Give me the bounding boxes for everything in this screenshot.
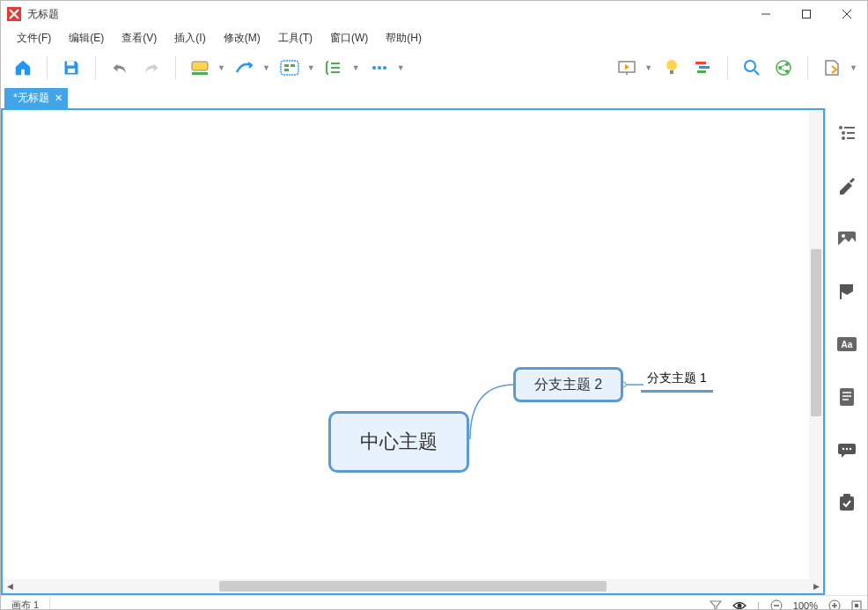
svg-rect-47 — [840, 388, 854, 406]
undo-button[interactable] — [105, 53, 135, 83]
svg-rect-5 — [67, 62, 74, 66]
central-topic-node[interactable]: 中心主题 — [328, 411, 469, 473]
svg-rect-24 — [699, 66, 710, 69]
zoom-level[interactable]: 100% — [788, 600, 823, 611]
topic-color-dropdown[interactable]: ▼ — [215, 56, 228, 79]
horizontal-scrollbar[interactable]: ◀▶ — [3, 579, 823, 593]
presentation-button[interactable] — [612, 53, 642, 83]
svg-point-38 — [842, 131, 845, 135]
zoom-out-button[interactable] — [765, 599, 788, 611]
menu-view[interactable]: 查看(V) — [113, 28, 166, 48]
minimize-button[interactable] — [746, 1, 786, 27]
image-icon[interactable] — [835, 226, 859, 251]
svg-rect-7 — [192, 62, 208, 70]
canvas-area[interactable]: 中心主题 分支主题 2 分支主题 1 ◀▶ — [1, 108, 825, 595]
export-dropdown[interactable]: ▼ — [847, 56, 860, 79]
relationship-button[interactable] — [230, 53, 260, 83]
title-bar: 无标题 — [1, 1, 867, 27]
fit-button[interactable] — [846, 600, 867, 611]
svg-line-27 — [754, 70, 759, 75]
share-button[interactable] — [769, 53, 798, 83]
svg-rect-23 — [695, 62, 706, 64]
tab-bar: *无标题 ✕ — [1, 87, 867, 108]
bottom-bar: 画布 1 | 100% — [1, 595, 867, 610]
svg-point-52 — [845, 448, 847, 450]
app-icon — [6, 6, 22, 22]
svg-point-36 — [839, 126, 842, 129]
separator — [95, 56, 96, 79]
svg-point-51 — [842, 448, 843, 450]
vertical-scrollbar[interactable] — [809, 110, 823, 579]
comments-icon[interactable] — [835, 437, 859, 462]
menu-insert[interactable]: 插入(I) — [166, 28, 214, 48]
presentation-dropdown[interactable]: ▼ — [642, 56, 655, 79]
close-button[interactable] — [827, 1, 867, 27]
svg-point-18 — [383, 66, 386, 70]
marker-icon[interactable] — [835, 279, 859, 304]
home-button[interactable] — [8, 53, 38, 83]
menu-tools[interactable]: 工具(T) — [269, 28, 321, 48]
svg-point-26 — [745, 61, 755, 71]
menu-edit[interactable]: 编辑(E) — [60, 28, 113, 48]
separator — [727, 56, 728, 79]
svg-rect-2 — [803, 11, 811, 18]
menu-window[interactable]: 窗口(W) — [321, 28, 377, 48]
menu-file[interactable]: 文件(F) — [8, 28, 60, 48]
separator — [807, 56, 808, 79]
tab-label: *无标题 — [13, 91, 49, 106]
tab-close-icon[interactable]: ✕ — [55, 92, 63, 104]
sheet-tab[interactable]: 画布 1 — [1, 597, 50, 610]
more-dropdown[interactable]: ▼ — [394, 56, 408, 79]
tab-active[interactable]: *无标题 ✕ — [4, 88, 68, 108]
svg-rect-11 — [291, 64, 295, 67]
toolbar: ▼ ▼ ▼ ▼ ▼ ▼ ▼ — [1, 48, 867, 87]
search-button[interactable] — [737, 53, 767, 83]
menu-help[interactable]: 帮助(H) — [377, 28, 430, 48]
format-icon[interactable] — [835, 173, 859, 198]
svg-rect-8 — [192, 72, 208, 75]
right-sidebar: Aa — [825, 108, 867, 595]
visibility-icon[interactable] — [727, 601, 752, 610]
svg-point-17 — [378, 66, 381, 70]
svg-rect-55 — [843, 494, 850, 498]
boundary-button[interactable] — [275, 53, 305, 83]
svg-point-56 — [738, 603, 742, 607]
brainstorm-button[interactable] — [657, 53, 687, 83]
svg-line-32 — [781, 64, 786, 67]
separator — [47, 56, 48, 79]
subtopic-2-node[interactable]: 分支主题 2 — [513, 367, 623, 402]
svg-rect-10 — [284, 64, 289, 67]
separator — [175, 56, 176, 79]
zoom-in-button[interactable] — [823, 599, 846, 611]
task-icon[interactable] — [835, 490, 859, 515]
filter-icon[interactable] — [704, 600, 727, 611]
notes-icon[interactable] — [835, 385, 859, 409]
gantt-button[interactable] — [688, 53, 718, 83]
export-button[interactable] — [817, 53, 847, 83]
summary-button[interactable] — [320, 53, 349, 83]
menu-modify[interactable]: 修改(M) — [215, 28, 269, 48]
workspace: 中心主题 分支主题 2 分支主题 1 ◀▶ Aa — [1, 108, 867, 595]
boundary-dropdown[interactable]: ▼ — [305, 56, 318, 79]
save-button[interactable] — [56, 53, 86, 83]
maximize-button[interactable] — [786, 1, 827, 27]
menu-bar: 文件(F) 编辑(E) 查看(V) 插入(I) 修改(M) 工具(T) 窗口(W… — [1, 27, 867, 48]
summary-dropdown[interactable]: ▼ — [349, 56, 363, 79]
outline-icon[interactable] — [835, 121, 859, 145]
svg-point-40 — [842, 136, 845, 140]
more-button[interactable] — [364, 53, 394, 83]
svg-rect-63 — [855, 604, 858, 607]
svg-point-43 — [842, 234, 845, 238]
svg-text:Aa: Aa — [841, 340, 852, 349]
relationship-dropdown[interactable]: ▼ — [260, 56, 273, 79]
text-style-icon[interactable]: Aa — [835, 332, 859, 356]
svg-rect-9 — [281, 61, 298, 75]
topic-color-button[interactable] — [185, 53, 215, 83]
window-title: 无标题 — [27, 7, 746, 22]
svg-rect-54 — [840, 496, 854, 511]
redo-button[interactable] — [136, 53, 166, 83]
svg-rect-22 — [670, 70, 673, 74]
subtopic-1-node[interactable]: 分支主题 1 — [641, 371, 713, 393]
svg-rect-12 — [284, 69, 289, 71]
svg-point-16 — [372, 66, 376, 70]
